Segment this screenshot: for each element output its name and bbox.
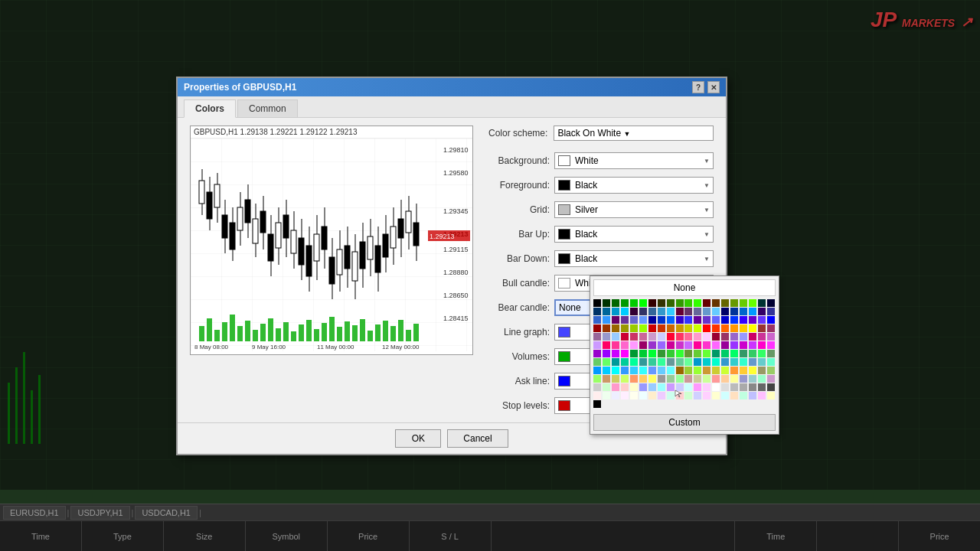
color-cell[interactable]: [721, 299, 729, 307]
color-cell[interactable]: [603, 383, 610, 391]
color-cell[interactable]: [630, 333, 638, 341]
color-cell[interactable]: [648, 358, 656, 366]
color-cell[interactable]: [767, 316, 775, 324]
color-cell[interactable]: [767, 392, 775, 399]
color-cell[interactable]: [667, 383, 675, 391]
color-cell[interactable]: [612, 333, 619, 341]
color-cell[interactable]: [749, 341, 756, 349]
color-scheme-select[interactable]: Black On White ▼: [554, 126, 714, 141]
color-cell[interactable]: [648, 367, 656, 374]
color-cell[interactable]: [712, 350, 720, 357]
color-cell[interactable]: [648, 333, 656, 341]
color-cell[interactable]: [721, 341, 729, 349]
color-cell[interactable]: [730, 333, 738, 341]
color-cell[interactable]: [593, 400, 601, 408]
color-cell[interactable]: [676, 358, 684, 366]
color-cell[interactable]: [639, 299, 647, 307]
color-cell[interactable]: [603, 367, 610, 374]
color-cell[interactable]: [612, 308, 619, 315]
color-cell[interactable]: [658, 367, 665, 374]
color-cell[interactable]: [730, 375, 738, 383]
close-button[interactable]: ✕: [707, 81, 720, 93]
color-cell[interactable]: [612, 383, 619, 391]
color-cell[interactable]: [621, 358, 629, 366]
color-cell[interactable]: [639, 375, 647, 383]
color-cell[interactable]: [593, 358, 601, 366]
color-cell[interactable]: [676, 341, 684, 349]
color-cell[interactable]: [593, 308, 601, 315]
color-cell[interactable]: [667, 367, 675, 374]
color-cell[interactable]: [639, 383, 647, 391]
color-cell[interactable]: [730, 324, 738, 332]
color-cell[interactable]: [684, 341, 692, 349]
color-cell[interactable]: [676, 308, 684, 315]
color-cell[interactable]: [593, 375, 601, 383]
color-cell[interactable]: [694, 358, 701, 366]
color-cell[interactable]: [703, 358, 710, 366]
color-cell[interactable]: [758, 367, 766, 374]
color-cell[interactable]: [767, 350, 775, 357]
color-cell[interactable]: [749, 324, 756, 332]
color-cell[interactable]: [703, 333, 710, 341]
color-cell[interactable]: [703, 324, 710, 332]
color-cell[interactable]: [630, 316, 638, 324]
color-cell[interactable]: [712, 367, 720, 374]
color-cell[interactable]: [684, 299, 692, 307]
color-cell[interactable]: [703, 383, 710, 391]
color-cell[interactable]: [658, 308, 665, 315]
color-cell[interactable]: [749, 333, 756, 341]
color-cell[interactable]: [612, 324, 619, 332]
color-cell[interactable]: [667, 375, 675, 383]
color-cell[interactable]: [621, 392, 629, 399]
color-cell[interactable]: [603, 350, 610, 357]
color-cell[interactable]: [603, 358, 610, 366]
color-cell[interactable]: [758, 316, 766, 324]
color-cell[interactable]: [639, 367, 647, 374]
color-cell[interactable]: [740, 392, 747, 399]
color-cell[interactable]: [658, 392, 665, 399]
color-cell[interactable]: [730, 350, 738, 357]
color-cell[interactable]: [730, 392, 738, 399]
color-cell[interactable]: [712, 333, 720, 341]
color-cell[interactable]: [639, 350, 647, 357]
color-cell[interactable]: [658, 333, 665, 341]
color-cell[interactable]: [694, 383, 701, 391]
color-cell[interactable]: [658, 383, 665, 391]
color-cell[interactable]: [630, 299, 638, 307]
color-cell[interactable]: [694, 341, 701, 349]
color-cell[interactable]: [612, 350, 619, 357]
color-cell[interactable]: [630, 383, 638, 391]
color-cell[interactable]: [648, 392, 656, 399]
color-cell[interactable]: [639, 358, 647, 366]
color-cell[interactable]: [630, 341, 638, 349]
color-cell[interactable]: [593, 341, 601, 349]
color-cell[interactable]: [612, 358, 619, 366]
custom-button[interactable]: Custom: [593, 414, 776, 431]
color-cell[interactable]: [621, 350, 629, 357]
color-cell[interactable]: [721, 383, 729, 391]
color-cell[interactable]: [694, 367, 701, 374]
color-cell[interactable]: [621, 308, 629, 315]
color-cell[interactable]: [603, 333, 610, 341]
color-cell[interactable]: [694, 350, 701, 357]
color-cell[interactable]: [684, 324, 692, 332]
bar-up-select[interactable]: Black ▼: [554, 226, 714, 243]
color-cell[interactable]: [603, 341, 610, 349]
color-cell[interactable]: [730, 383, 738, 391]
color-cell[interactable]: [767, 367, 775, 374]
color-cell[interactable]: [758, 383, 766, 391]
color-cell[interactable]: [639, 324, 647, 332]
color-cell[interactable]: [712, 383, 720, 391]
color-cell[interactable]: [758, 375, 766, 383]
color-cell[interactable]: [740, 333, 747, 341]
color-cell[interactable]: [676, 333, 684, 341]
color-cell[interactable]: [593, 299, 601, 307]
color-cell[interactable]: [603, 308, 610, 315]
color-cell[interactable]: [593, 367, 601, 374]
color-cell[interactable]: [730, 367, 738, 374]
ok-button[interactable]: OK: [395, 429, 441, 448]
color-cell[interactable]: [712, 324, 720, 332]
color-cell[interactable]: [667, 392, 675, 399]
color-cell[interactable]: [694, 375, 701, 383]
color-cell[interactable]: [676, 350, 684, 357]
